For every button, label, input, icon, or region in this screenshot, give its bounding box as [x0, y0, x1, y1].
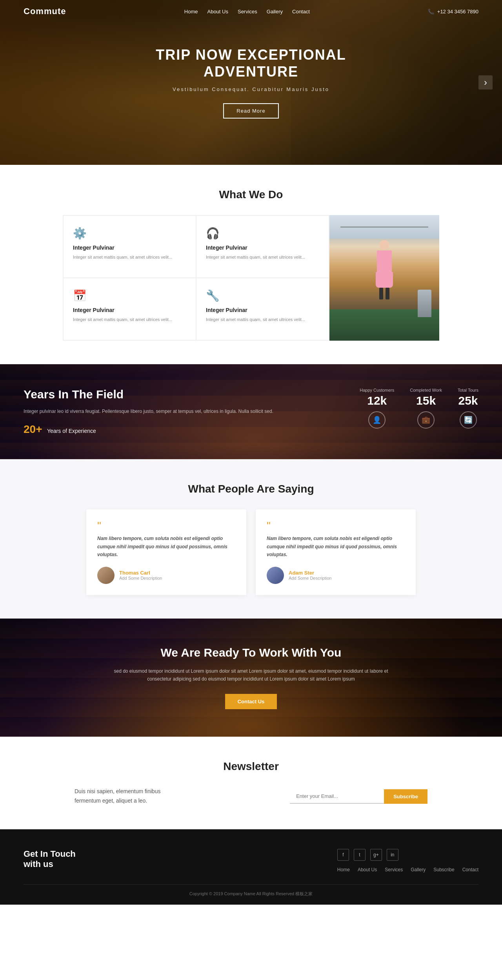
- footer-nav-subscribe[interactable]: Subscribe: [433, 867, 454, 872]
- footer-top: Get In Touch with us f t g+ in Home Abou…: [24, 849, 478, 872]
- footer: Get In Touch with us f t g+ in Home Abou…: [0, 829, 502, 905]
- footer-nav-about[interactable]: About Us: [358, 867, 377, 872]
- stats-experience: 20+ Years of Experience: [24, 423, 336, 436]
- footer-copyright: Copyright © 2019 Company Name All Rights…: [24, 891, 478, 897]
- what-we-do-section: What We Do ⚙️ Integer Pulvinar Integer s…: [0, 165, 502, 364]
- cta-title: We Are Ready To Work With You: [24, 646, 478, 659]
- what-card-3-title: Integer Pulvinar: [73, 307, 186, 313]
- what-card-2-text: Integer sit amet mattis quam, sit amet u…: [206, 254, 319, 261]
- what-card-4-title: Integer Pulvinar: [206, 307, 319, 313]
- what-card-4-icon: 🔧: [206, 289, 319, 302]
- what-card-4: 🔧 Integer Pulvinar Integer sit amet matt…: [196, 278, 329, 340]
- nav-contact[interactable]: Contact: [292, 9, 310, 15]
- what-card-2-title: Integer Pulvinar: [206, 245, 319, 251]
- cta-contact-button[interactable]: Contact Us: [225, 694, 277, 709]
- testimonials-title: What People Are Saying: [24, 483, 478, 495]
- testimonial-2-author-name: Adam Ster: [289, 570, 331, 576]
- stat-happy-customers-label: Happy Customers: [360, 388, 394, 392]
- navbar-phone: 📞 +12 34 3456 7890: [428, 9, 478, 15]
- social-twitter-icon[interactable]: t: [354, 849, 366, 861]
- newsletter-wrapper: Duis nisi sapien, elementum finibus ferm…: [75, 787, 427, 806]
- what-card-1-title: Integer Pulvinar: [73, 245, 186, 251]
- footer-nav-services[interactable]: Services: [385, 867, 403, 872]
- stats-heading: Years In The Field: [24, 388, 336, 401]
- testimonial-card-2: " Nam libero tempore, cum soluta nobis e…: [256, 509, 416, 595]
- testimonial-1-text: Nam libero tempore, cum soluta nobis est…: [97, 535, 235, 558]
- testimonial-2-avatar: [267, 567, 284, 584]
- what-card-2: 🎧 Integer Pulvinar Integer sit amet matt…: [196, 215, 329, 278]
- cta-section: We Are Ready To Work With You sed do eiu…: [0, 619, 502, 737]
- stat-happy-customers-number: 12k: [360, 394, 394, 407]
- what-card-2-icon: 🎧: [206, 227, 319, 240]
- hero-next-arrow[interactable]: ›: [478, 75, 493, 89]
- footer-nav: Home About Us Services Gallery Subscribe…: [337, 867, 478, 872]
- footer-bottom: Copyright © 2019 Company Name All Rights…: [24, 884, 478, 897]
- stat-happy-customers-icon: 👤: [368, 411, 386, 429]
- testimonial-card-1: " Nam libero tempore, cum soluta nobis e…: [86, 509, 246, 595]
- nav-gallery[interactable]: Gallery: [267, 9, 283, 15]
- hero-read-more-button[interactable]: Read More: [223, 103, 278, 119]
- what-we-do-cards: ⚙️ Integer Pulvinar Integer sit amet mat…: [63, 215, 329, 341]
- stat-total-tours-label: Total Tours: [458, 388, 478, 392]
- footer-nav-home[interactable]: Home: [337, 867, 350, 872]
- stats-description: Integer pulvinar leo id viverra feugiat.…: [24, 407, 336, 415]
- what-we-do-wrapper: ⚙️ Integer Pulvinar Integer sit amet mat…: [63, 215, 439, 341]
- testimonial-2-author: Adam Ster Add Some Description: [267, 567, 405, 584]
- footer-brand-name: Get In Touch with us: [24, 849, 76, 869]
- stats-right: Happy Customers 12k 👤 Completed Work 15k…: [360, 388, 478, 429]
- cta-text: sed do eiusmod tempor incididunt ut Lore…: [114, 667, 388, 683]
- testimonial-2-quote-icon: ": [267, 520, 405, 531]
- testimonial-2-author-desc: Add Some Description: [289, 576, 331, 580]
- stat-total-tours-icon: 🔄: [460, 411, 477, 429]
- testimonial-1-author-name: Thomas Carl: [119, 570, 162, 576]
- stats-section: Years In The Field Integer pulvinar leo …: [0, 364, 502, 459]
- hero-title: TRIP NOW EXCEPTIONAL ADVENTURE: [133, 46, 369, 80]
- newsletter-title: Newsletter: [24, 760, 478, 773]
- testimonial-1-author: Thomas Carl Add Some Description: [97, 567, 235, 584]
- stat-total-tours: Total Tours 25k 🔄: [458, 388, 478, 429]
- newsletter-text-block: Duis nisi sapien, elementum finibus ferm…: [75, 787, 290, 806]
- social-facebook-icon[interactable]: f: [337, 849, 349, 861]
- stat-total-tours-number: 25k: [458, 394, 478, 407]
- testimonial-1-quote-icon: ": [97, 520, 235, 531]
- what-card-4-text: Integer sit amet mattis quam, sit amet u…: [206, 316, 319, 323]
- testimonial-1-avatar: [97, 567, 115, 584]
- stat-completed-work-icon: 💼: [417, 411, 435, 429]
- stats-left: Years In The Field Integer pulvinar leo …: [24, 388, 336, 436]
- newsletter-subscribe-button[interactable]: Subscribe: [384, 789, 427, 804]
- stat-happy-customers: Happy Customers 12k 👤: [360, 388, 394, 429]
- what-card-3: 📅 Integer Pulvinar Integer sit amet matt…: [63, 278, 196, 340]
- nav-home[interactable]: Home: [184, 9, 198, 15]
- cta-content: We Are Ready To Work With You sed do eiu…: [24, 646, 478, 710]
- newsletter-description: Duis nisi sapien, elementum finibus ferm…: [75, 787, 290, 806]
- what-card-3-icon: 📅: [73, 289, 186, 302]
- testimonials-grid: " Nam libero tempore, cum soluta nobis e…: [86, 509, 416, 595]
- nav-services[interactable]: Services: [238, 9, 257, 15]
- social-instagram-icon[interactable]: in: [387, 849, 398, 861]
- footer-right-block: f t g+ in Home About Us Services Gallery…: [337, 849, 478, 872]
- stats-content: Years In The Field Integer pulvinar leo …: [24, 388, 478, 436]
- testimonial-1-author-desc: Add Some Description: [119, 576, 162, 580]
- what-card-1-text: Integer sit amet mattis quam, sit amet u…: [73, 254, 186, 261]
- nav-about[interactable]: About Us: [207, 9, 228, 15]
- navbar-logo: Commute: [24, 6, 66, 16]
- navbar: Commute Home About Us Services Gallery C…: [0, 0, 502, 23]
- stat-completed-work-label: Completed Work: [410, 388, 442, 392]
- what-card-1: ⚙️ Integer Pulvinar Integer sit amet mat…: [63, 215, 196, 278]
- stat-completed-work: Completed Work 15k 💼: [410, 388, 442, 429]
- newsletter-section: Newsletter Duis nisi sapien, elementum f…: [0, 737, 502, 829]
- footer-brand-block: Get In Touch with us: [24, 849, 76, 872]
- newsletter-email-input[interactable]: [290, 789, 384, 804]
- testimonial-1-author-info: Thomas Carl Add Some Description: [119, 570, 162, 580]
- what-we-do-title: What We Do: [24, 188, 478, 201]
- testimonial-2-text: Nam libero tempore, cum soluta nobis est…: [267, 535, 405, 558]
- testimonials-section: What People Are Saying " Nam libero temp…: [0, 459, 502, 618]
- stat-completed-work-number: 15k: [410, 394, 442, 407]
- what-card-1-icon: ⚙️: [73, 227, 186, 240]
- hero-section: TRIP NOW EXCEPTIONAL ADVENTURE Vestibulu…: [0, 0, 502, 165]
- footer-nav-gallery[interactable]: Gallery: [411, 867, 426, 872]
- what-we-do-image: [329, 215, 439, 341]
- footer-nav-contact[interactable]: Contact: [462, 867, 478, 872]
- social-googleplus-icon[interactable]: g+: [370, 849, 382, 861]
- hero-content: TRIP NOW EXCEPTIONAL ADVENTURE Vestibulu…: [133, 46, 369, 119]
